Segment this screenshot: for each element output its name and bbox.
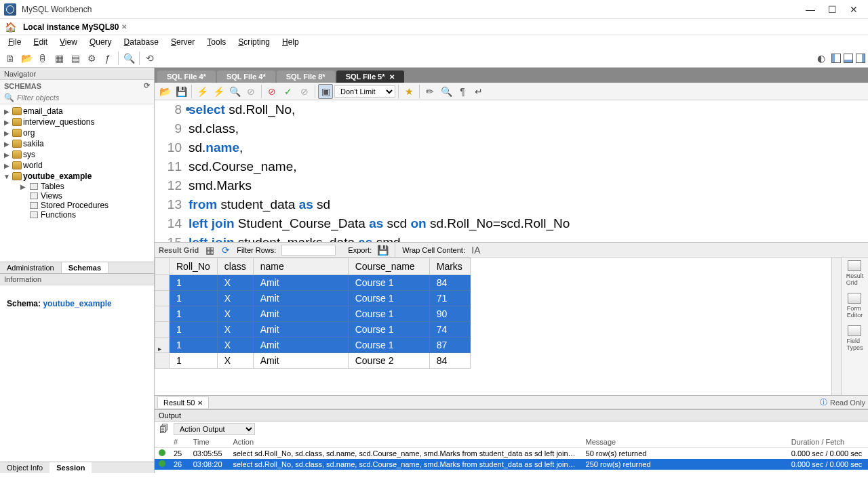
explain-icon[interactable]: 🔍 (227, 84, 242, 99)
nav-tab-administration[interactable]: Administration (0, 262, 62, 273)
sql-editor[interactable]: 8select sd.Roll_No,9sd.class,10sd.name,1… (155, 100, 868, 243)
filter-rows-input[interactable] (281, 245, 336, 256)
filter-input[interactable] (17, 94, 150, 102)
close-icon[interactable]: ✕ (121, 23, 127, 30)
toggle-icon[interactable]: ▣ (318, 84, 333, 99)
beautify-icon[interactable]: ✏ (422, 84, 437, 99)
reconnect-icon[interactable]: ⟲ (142, 51, 157, 66)
table-row[interactable]: 1XAmitCourse 184 (155, 275, 471, 291)
menu-query[interactable]: Query (84, 36, 117, 48)
home-icon[interactable]: 🏠 (4, 21, 16, 33)
favorite-icon[interactable]: ★ (401, 84, 416, 99)
refresh-icon[interactable]: ⟳ (220, 245, 231, 256)
schemas-header: SCHEMAS ⟳ (0, 80, 154, 92)
settings-icon[interactable]: ◐ (814, 51, 829, 66)
open-sql-icon[interactable]: 📂 (19, 51, 34, 66)
autocommit-icon[interactable]: ⊘ (297, 84, 312, 99)
export-label: Export: (348, 246, 372, 254)
output-icon[interactable]: 🗐 (159, 424, 170, 434)
side-tool-result-grid[interactable]: ResultGrid (846, 260, 864, 286)
output-row[interactable]: 2503:05:55select sd.Roll_No, sd.class, s… (155, 448, 868, 460)
menu-view[interactable]: View (54, 36, 83, 48)
result-tab[interactable]: Result 50 ✕ (157, 396, 209, 408)
menu-scripting[interactable]: Scripting (233, 36, 275, 48)
save-icon[interactable]: 💾 (174, 84, 189, 99)
file-tab[interactable]: SQL File 8* (277, 70, 335, 83)
schema-child-views[interactable]: Views (0, 191, 154, 201)
nav-tab-schemas[interactable]: Schemas (62, 262, 108, 273)
wrap-icon[interactable]: ↵ (471, 84, 486, 99)
result-tab-label: Result 50 (163, 399, 195, 407)
toggle-left-pane-icon[interactable] (831, 54, 841, 63)
maximize-button[interactable]: ☐ (827, 4, 837, 15)
inspector-icon[interactable]: 🛢 (35, 51, 50, 66)
close-icon[interactable]: ✕ (197, 399, 203, 407)
menu-edit[interactable]: Edit (28, 36, 53, 48)
table-icon[interactable]: ▦ (52, 51, 66, 66)
toggle-bottom-pane-icon[interactable] (844, 54, 853, 63)
output-selector[interactable]: Action Output (174, 423, 255, 435)
refresh-icon[interactable]: ⟳ (144, 81, 150, 90)
file-tab[interactable]: SQL File 4* (157, 70, 216, 83)
table-row[interactable]: 1XAmitCourse 171 (155, 291, 471, 306)
schema-tree[interactable]: ▶ email_data▶ interview_questions▶ org▶ … (0, 104, 154, 262)
schema-sys[interactable]: ▶ sys (0, 149, 154, 160)
schema-youtube_example[interactable]: ▼ youtube_example (0, 171, 154, 182)
table-row[interactable]: 1XAmitCourse 174 (155, 322, 471, 338)
schema-org[interactable]: ▶ org (0, 127, 154, 138)
search-icon[interactable]: 🔍 (121, 51, 136, 66)
scrollbar[interactable] (831, 258, 841, 395)
new-sql-icon[interactable]: 🗎 (3, 51, 18, 66)
schema-email_data[interactable]: ▶ email_data (0, 106, 154, 117)
minimize-button[interactable]: — (806, 4, 815, 15)
table-row[interactable]: 1XAmitCourse 284 (155, 353, 471, 369)
table-row[interactable]: 1XAmitCourse 187 (155, 338, 471, 353)
close-button[interactable]: ✕ (849, 4, 859, 15)
menu-database[interactable]: Database (119, 36, 164, 48)
main-toolbar: 🗎 📂 🛢 ▦ ▤ ⚙ ƒ 🔍 ⟲ ◐ (0, 49, 868, 68)
execute-current-icon[interactable]: ⚡ (211, 84, 226, 99)
info-schema-value: youtube_example (43, 299, 111, 308)
file-tab[interactable]: SQL File 4* (217, 70, 275, 83)
schema-sakila[interactable]: ▶ sakila (0, 138, 154, 149)
schema-world[interactable]: ▶ world (0, 160, 154, 171)
grid-icon[interactable]: ▦ (204, 245, 215, 256)
schema-child-functions[interactable]: Functions (0, 210, 154, 220)
file-tab[interactable]: SQL File 5*✕ (336, 70, 404, 83)
side-tool-form-editor[interactable]: FormEditor (847, 293, 863, 319)
commit-icon[interactable]: ⊘ (264, 84, 279, 99)
title-bar: MySQL Workbench — ☐ ✕ (0, 0, 868, 19)
function-icon[interactable]: ƒ (100, 51, 115, 66)
export-icon[interactable]: 💾 (377, 245, 388, 256)
close-icon[interactable]: ✕ (389, 73, 395, 81)
schema-child-stored-procedures[interactable]: Stored Procedures (0, 201, 154, 210)
menu-tools[interactable]: Tools (201, 36, 231, 48)
view-icon[interactable]: ▤ (68, 51, 83, 66)
result-grid[interactable]: Roll_NoclassnameCourse_nameMarks1XAmitCo… (155, 258, 831, 395)
limit-select[interactable]: Don't Limit (334, 85, 395, 98)
menu-file[interactable]: File (3, 36, 26, 48)
menu-server[interactable]: Server (165, 36, 200, 48)
output-table[interactable]: #TimeActionMessageDuration / Fetch2503:0… (155, 436, 868, 470)
toggle-right-pane-icon[interactable] (856, 54, 865, 63)
open-file-icon[interactable]: 📂 (157, 84, 172, 99)
schema-interview_questions[interactable]: ▶ interview_questions (0, 117, 154, 127)
connection-tab[interactable]: Local instance MySQL80 ✕ (23, 22, 127, 32)
info-tab-object-info[interactable]: Object Info (0, 462, 50, 473)
navigator-bottom-tabs: AdministrationSchemas (0, 262, 154, 273)
table-row[interactable]: 1XAmitCourse 190 (155, 306, 471, 322)
output-panel: Output 🗐 Action Output #TimeActionMessag… (155, 409, 868, 473)
schema-child-tables[interactable]: ▶ Tables (0, 182, 154, 191)
invisible-icon[interactable]: ¶ (455, 84, 470, 99)
find-icon[interactable]: 🔍 (439, 84, 454, 99)
info-tab-session[interactable]: Session (50, 462, 92, 473)
procedure-icon[interactable]: ⚙ (84, 51, 99, 66)
execute-icon[interactable]: ⚡ (195, 84, 210, 99)
output-row[interactable]: 2603:08:20select sd.Roll_No, sd.class, s… (155, 459, 868, 470)
menu-help[interactable]: Help (277, 36, 304, 48)
wrap-cell-icon[interactable]: IA (471, 245, 481, 256)
rollback-icon[interactable]: ✓ (281, 84, 296, 99)
side-tool-field-types[interactable]: FieldTypes (846, 325, 863, 351)
stop-icon[interactable]: ⊘ (243, 84, 258, 99)
filter-rows-label: Filter Rows: (237, 246, 276, 254)
